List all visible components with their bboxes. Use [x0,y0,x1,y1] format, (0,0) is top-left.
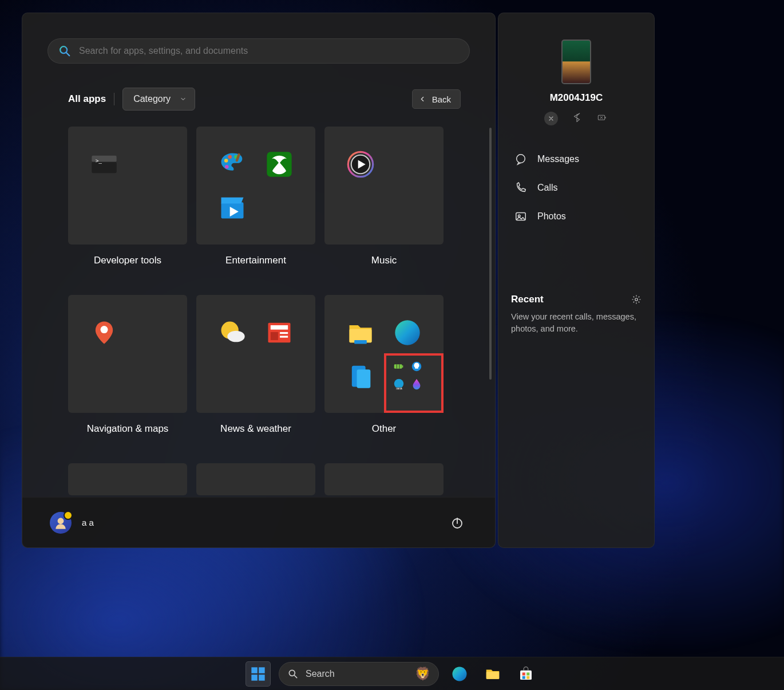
svg-rect-56 [526,672,529,675]
svg-rect-57 [522,676,525,679]
header-divider [114,93,114,105]
recent-title: Recent [511,294,544,305]
svg-point-42 [517,155,525,163]
tips-icon [410,360,423,373]
news-icon [263,317,295,349]
message-icon [514,153,527,165]
svg-point-18 [227,330,244,342]
edge-icon [391,317,423,349]
chevron-down-icon [180,96,187,102]
xbox-icon [263,148,295,180]
taskbar-store[interactable] [513,661,538,687]
apps-header: All apps Category Back [22,64,495,111]
start-button[interactable] [246,661,271,687]
phone-status-icons [511,112,642,125]
search-input[interactable] [79,46,459,56]
categories-scroll: >_ Developer tools [22,111,495,497]
category-entertainment[interactable]: Entertainment [196,127,315,266]
more-apps-cluster: BETA [391,360,423,392]
phone-link-messages[interactable]: Messages [511,145,642,174]
maps-icon [88,317,120,349]
photo-icon [514,210,527,223]
back-button-label: Back [432,94,451,104]
search-icon [58,45,71,57]
svg-text:BETA: BETA [397,388,402,390]
category-label: Developer tools [94,255,161,266]
phone-link-app-icon [345,360,377,392]
svg-rect-30 [402,365,403,368]
power-button[interactable] [447,512,468,533]
username-label: a a [82,518,94,527]
svg-rect-22 [280,332,288,333]
phone-link-calls[interactable]: Calls [511,174,642,202]
svg-rect-53 [486,672,500,679]
settings-icon[interactable] [631,294,642,305]
category-label: Other [372,423,397,435]
svg-rect-47 [259,667,265,673]
svg-rect-58 [526,676,529,679]
category-label: Navigation & maps [87,423,169,435]
start-menu: All apps Category Back >_ Developer tool… [22,13,496,548]
svg-point-8 [225,165,229,169]
disconnected-icon[interactable] [544,112,558,125]
svg-rect-48 [251,675,258,681]
phone-thumbnail[interactable] [561,40,591,84]
category-news-weather[interactable]: News & weather [196,295,315,435]
category-label: Entertainment [225,255,286,266]
paint-icon [216,148,248,180]
user-avatar[interactable] [50,512,72,534]
bluetooth-icon[interactable] [571,112,583,124]
svg-rect-29 [394,364,402,368]
battery-unknown-icon[interactable] [596,112,608,124]
svg-point-45 [635,298,638,301]
back-button[interactable]: Back [412,89,461,109]
svg-rect-28 [357,369,371,388]
phone-link-label: Photos [537,211,566,222]
category-other[interactable]: BETA Other [324,295,444,435]
taskbar-edge[interactable] [447,661,472,687]
windows-icon [250,666,266,682]
svg-point-5 [224,159,228,163]
store-icon [517,665,534,683]
terminal-icon: >_ [88,148,120,180]
svg-point-37 [58,518,64,524]
svg-line-1 [66,53,69,56]
phone-link-photos[interactable]: Photos [511,202,642,231]
taskbar: Search 🦁 [0,657,784,690]
phone-device-name: M2004J19C [511,92,642,104]
phone-link-label: Calls [537,183,558,193]
category-partial[interactable] [324,463,444,495]
category-music[interactable]: Music [324,127,444,266]
scrollbar[interactable] [489,128,492,380]
recent-description: View your recent calls, messages, photos… [511,311,642,335]
svg-rect-21 [271,332,278,340]
power-icon [450,516,464,530]
svg-rect-41 [605,117,605,119]
svg-rect-54 [520,670,532,679]
svg-rect-55 [522,672,525,675]
category-navigation-maps[interactable]: Navigation & maps [68,295,187,435]
file-explorer-icon [345,317,377,349]
chevron-left-icon [418,95,426,103]
category-partial[interactable] [68,463,187,495]
svg-point-0 [60,46,67,53]
category-developer-tools[interactable]: >_ Developer tools [68,127,187,266]
category-label: Music [371,255,397,266]
start-footer: a a [22,497,495,547]
folder-icon [484,665,501,683]
taskbar-file-explorer[interactable] [480,661,505,687]
svg-point-50 [289,670,295,676]
svg-text:>_: >_ [96,157,102,163]
category-label: News & weather [220,423,291,435]
svg-point-34 [394,379,403,389]
svg-line-51 [295,675,297,677]
taskbar-search[interactable]: Search 🦁 [279,662,439,686]
phone-companion-panel: M2004J19C Messages Calls Photos Recent V… [498,13,655,548]
svg-rect-46 [251,667,258,673]
svg-rect-23 [280,336,288,337]
category-partial[interactable] [196,463,315,495]
search-icon [287,668,299,680]
category-dropdown-label: Category [133,94,171,104]
search-bar[interactable] [47,38,470,64]
category-dropdown[interactable]: Category [122,88,195,111]
